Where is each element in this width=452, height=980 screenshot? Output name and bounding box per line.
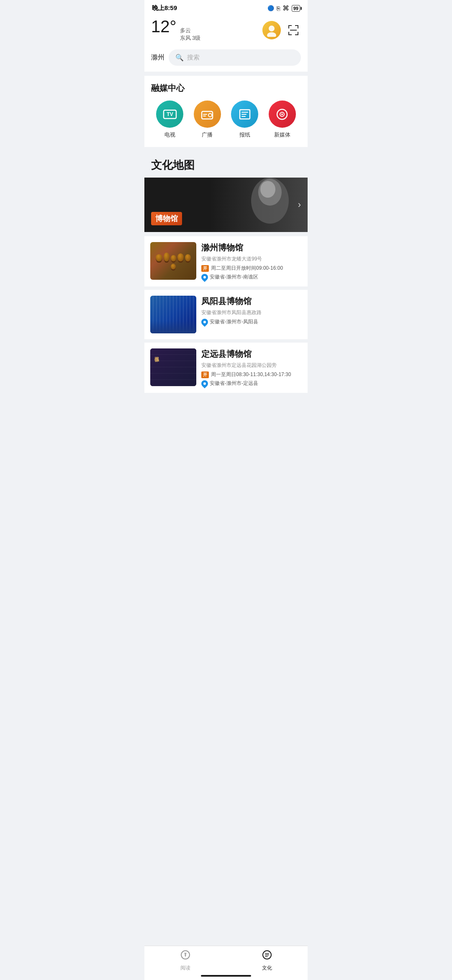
- svg-point-26: [260, 181, 275, 198]
- svg-text:TV: TV: [167, 111, 173, 117]
- museum-thumb-3: 汉书像: [150, 348, 196, 386]
- status-icons: 🔵 ⎘ ⌘ 99: [267, 4, 300, 12]
- sculpture-image: [232, 178, 299, 232]
- svg-rect-31: [265, 955, 269, 956]
- nav-item-read[interactable]: 阅读: [144, 949, 226, 972]
- media-label-newmedia: 新媒体: [274, 131, 290, 139]
- search-icon: 🔍: [175, 54, 184, 62]
- scan-button[interactable]: [286, 23, 301, 38]
- museum-thumb-2: [150, 296, 196, 333]
- search-bar[interactable]: 🔍 搜索: [169, 49, 301, 66]
- media-item-tv[interactable]: TV 电视: [156, 101, 183, 139]
- culture-banner[interactable]: 博物馆 ›: [144, 178, 308, 232]
- media-label-newspaper: 报纸: [239, 131, 250, 139]
- museum-info-1: 滁州博物馆 安徽省滁州市龙蟠大道99号 开 周二至周日开放时间09:00-16:…: [201, 242, 302, 281]
- museum-card-3[interactable]: 汉书像 定远县博物馆 安徽省滁州市定远县花园湖公园旁 开 周一至周日08:30-…: [144, 343, 308, 393]
- museum-addr-3: 安徽省滁州市定远县花园湖公园旁: [201, 362, 302, 369]
- search-placeholder: 搜索: [187, 54, 200, 62]
- avatar-button[interactable]: [262, 21, 281, 39]
- svg-point-0: [269, 26, 275, 31]
- svg-rect-9: [298, 32, 298, 35]
- culture-map-section: 文化地图 博物馆 ›: [144, 151, 308, 393]
- svg-rect-5: [298, 25, 298, 28]
- status-time: 晚上8:59: [152, 4, 177, 12]
- svg-rect-13: [202, 111, 213, 119]
- svg-rect-18: [241, 112, 248, 113]
- temperature: 12°: [151, 18, 177, 35]
- wind-desc: 东风 3级: [180, 34, 201, 42]
- media-grid: TV 电视 广播: [151, 101, 301, 139]
- svg-rect-10: [290, 30, 297, 31]
- hours-badge-1: 开: [201, 265, 209, 272]
- museum-card-1[interactable]: 滁州博物馆 安徽省滁州市龙蟠大道99号 开 周二至周日开放时间09:00-16:…: [144, 236, 308, 286]
- svg-rect-15: [203, 114, 207, 115]
- header: 12° 多云 东风 3级: [144, 15, 308, 47]
- museum-thumb-1: [150, 242, 196, 280]
- svg-rect-19: [241, 114, 247, 115]
- museum-name-3: 定远县博物馆: [201, 348, 302, 360]
- location-icon-2: [200, 317, 210, 327]
- bluetooth-icon: 🔵: [267, 5, 274, 11]
- newmedia-icon: [269, 101, 296, 128]
- museum-location-1: 安徽省-滁州市-南谯区: [201, 273, 302, 281]
- battery-icon: 99: [292, 5, 300, 12]
- museum-name-1: 滁州博物馆: [201, 242, 302, 253]
- avatar: [262, 21, 281, 39]
- hours-badge-3: 开: [201, 371, 209, 378]
- status-bar: 晚上8:59 🔵 ⎘ ⌘ 99: [144, 0, 308, 15]
- svg-rect-28: [185, 953, 186, 957]
- museum-hours-3: 开 周一至周日08:30-11:30,14:30-17:30: [201, 371, 302, 378]
- search-section: 滁州 🔍 搜索: [144, 47, 308, 72]
- svg-rect-16: [203, 116, 206, 116]
- location-icon-1: [200, 272, 210, 282]
- museum-hours-1: 开 周二至周日开放时间09:00-16:00: [201, 265, 302, 272]
- culture-icon: [262, 949, 272, 963]
- culture-map-title: 文化地图: [151, 158, 301, 173]
- nav-indicator: [201, 975, 251, 977]
- museum-name-2: 凤阳县博物馆: [201, 296, 302, 307]
- banner-next-arrow[interactable]: ›: [298, 199, 301, 210]
- svg-point-23: [281, 113, 283, 115]
- museum-card-2[interactable]: 凤阳县博物馆 安徽省滁州市凤阳县惠政路 安徽省-滁州市-凤阳县: [144, 290, 308, 339]
- location-icon-3: [200, 379, 210, 388]
- nav-label-culture: 文化: [262, 965, 272, 972]
- tv-icon: TV: [156, 101, 183, 128]
- media-item-newspaper[interactable]: 报纸: [231, 101, 258, 139]
- nav-label-read: 阅读: [180, 965, 190, 972]
- header-icons: [262, 21, 301, 39]
- media-item-newmedia[interactable]: 新媒体: [269, 101, 296, 139]
- bluetooth-icon: ⎘: [277, 5, 280, 12]
- culture-title-wrap: 文化地图: [144, 151, 308, 178]
- media-label-tv: 电视: [164, 131, 175, 139]
- nav-item-culture[interactable]: 文化: [226, 949, 308, 972]
- radio-icon: [194, 101, 221, 128]
- museum-addr-1: 安徽省滁州市龙蟠大道99号: [201, 255, 302, 263]
- museum-info-2: 凤阳县博物馆 安徽省滁州市凤阳县惠政路 安徽省-滁州市-凤阳县: [201, 296, 302, 333]
- museum-list: 滁州博物馆 安徽省滁州市龙蟠大道99号 开 周二至周日开放时间09:00-16:…: [144, 236, 308, 393]
- bottom-nav: 阅读 文化: [144, 946, 308, 980]
- museum-location-3: 安徽省-滁州市-定远县: [201, 380, 302, 387]
- newspaper-icon: [231, 101, 258, 128]
- weather-section: 12° 多云 东风 3级: [151, 18, 257, 42]
- svg-point-1: [267, 32, 276, 37]
- weather-desc: 多云: [180, 27, 201, 34]
- banner-tag: 博物馆: [151, 212, 182, 225]
- media-center-section: 融媒中心 TV 电视 广播: [144, 76, 308, 147]
- media-center-title: 融媒中心: [151, 83, 301, 94]
- svg-rect-30: [265, 953, 269, 954]
- svg-point-14: [208, 113, 212, 117]
- media-label-radio: 广播: [202, 131, 213, 139]
- svg-rect-7: [288, 32, 289, 35]
- svg-rect-20: [241, 116, 246, 117]
- read-icon: [180, 949, 191, 963]
- media-item-radio[interactable]: 广播: [194, 101, 221, 139]
- museum-location-2: 安徽省-滁州市-凤阳县: [201, 318, 302, 325]
- svg-rect-32: [265, 956, 268, 957]
- museum-addr-2: 安徽省滁州市凤阳县惠政路: [201, 309, 302, 316]
- svg-rect-3: [288, 25, 289, 28]
- wifi-icon: ⌘: [282, 4, 289, 12]
- museum-info-3: 定远县博物馆 安徽省滁州市定远县花园湖公园旁 开 周一至周日08:30-11:3…: [201, 348, 302, 387]
- location-label: 滁州: [151, 53, 164, 62]
